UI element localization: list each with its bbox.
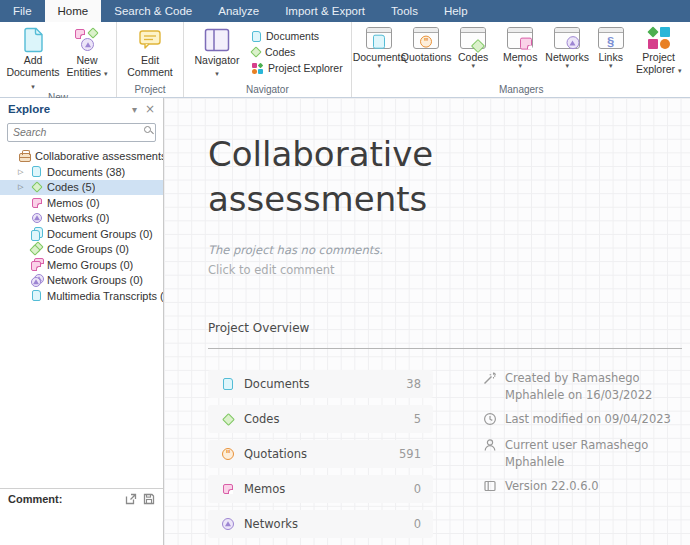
stats-list: Documents 38 Codes 5 " Quotations 591 — [208, 370, 433, 545]
add-document-icon — [22, 26, 44, 54]
tab-help[interactable]: Help — [431, 0, 481, 22]
navigator-option-documents[interactable]: Documents — [252, 30, 343, 42]
comment-panel: Comment: — [0, 488, 163, 545]
memo-icon — [29, 198, 44, 208]
network-icon — [554, 27, 580, 49]
edit-comment-button[interactable]: Edit Comment — [121, 25, 179, 79]
link-icon: § — [598, 27, 624, 49]
section-divider — [208, 348, 682, 349]
save-icon[interactable] — [143, 493, 155, 505]
search-input[interactable] — [7, 123, 156, 142]
new-entities-button[interactable]: New Entities ▾ — [62, 25, 112, 79]
explore-panel: Explore ▾ × Collaborative assessments ▷ … — [0, 98, 164, 545]
edit-comment-hint[interactable]: Click to edit comment — [208, 263, 690, 277]
code-diamond-icon — [220, 415, 236, 424]
chevron-down-icon: ▾ — [609, 63, 613, 70]
chevron-down-icon: ▾ — [31, 83, 35, 91]
group-label-navigator: Navigator — [184, 83, 351, 97]
networks-manager-button[interactable]: Networks ▾ — [544, 25, 591, 70]
expander-icon[interactable]: ▷ — [18, 183, 29, 191]
tab-import-export[interactable]: Import & Export — [272, 0, 378, 22]
add-documents-button[interactable]: Add Documents ▾ — [4, 25, 62, 91]
project-explorer-manager-button[interactable]: Project Explorer ▾ — [631, 25, 687, 76]
wand-icon — [483, 370, 505, 403]
document-icon — [366, 27, 392, 49]
meta-text: Current user Ramashego Mphahlele — [505, 437, 681, 470]
stat-row-quotations[interactable]: " Quotations 591 — [208, 440, 433, 468]
new-entities-icon — [74, 26, 100, 54]
tree-item-label: Collaborative assessments — [35, 150, 163, 162]
ribbon: Add Documents ▾ New Entities ▾ New — [0, 22, 690, 98]
stat-value: 0 — [414, 482, 421, 496]
tree-item-memo-groups[interactable]: Memo Groups (0) — [0, 257, 163, 273]
memos-manager-button[interactable]: Memos ▾ — [497, 25, 544, 70]
tree-item-label: Codes (5) — [47, 181, 95, 193]
tree-item-network-groups[interactable]: Network Groups (0) — [0, 273, 163, 289]
meta-modified: Last modified on 09/04/2023 — [483, 411, 681, 431]
project-overview-pane: Collaborative assessments The project ha… — [164, 98, 690, 545]
manager-label: Quotations — [401, 51, 452, 63]
document-icon — [220, 378, 236, 390]
stat-label: Networks — [244, 517, 414, 531]
codes-manager-button[interactable]: Codes ▾ — [450, 25, 497, 70]
tab-file[interactable]: File — [0, 0, 45, 22]
tree-item-document-groups[interactable]: Document Groups (0) — [0, 226, 163, 242]
panel-close-icon[interactable]: × — [145, 102, 155, 116]
tab-tools[interactable]: Tools — [378, 0, 431, 22]
project-title: Collaborative assessments — [208, 132, 538, 222]
navigator-option-codes[interactable]: Codes — [252, 46, 343, 58]
tab-home[interactable]: Home — [45, 0, 102, 22]
stat-row-documents[interactable]: Documents 38 — [208, 370, 433, 398]
network-icon — [220, 518, 236, 530]
navigator-button[interactable]: Navigator▾ — [188, 25, 246, 79]
chevron-down-icon: ▾ — [518, 63, 522, 70]
tree-item-multimedia-transcripts[interactable]: Multimedia Transcripts (0) — [0, 288, 163, 304]
tree-item-label: Code Groups (0) — [47, 243, 129, 255]
open-in-window-icon[interactable] — [125, 493, 137, 505]
code-diamond-icon — [460, 27, 486, 49]
stat-value: 591 — [399, 447, 421, 461]
tab-analyze[interactable]: Analyze — [205, 0, 272, 22]
project-explorer-icon — [648, 27, 670, 49]
quotation-icon: " — [220, 448, 236, 460]
tree-item-code-groups[interactable]: Code Groups (0) — [0, 242, 163, 258]
documents-manager-button[interactable]: Documents ▾ — [356, 25, 403, 70]
chevron-down-icon: ▾ — [215, 70, 219, 78]
tree-item-networks[interactable]: Networks (0) — [0, 211, 163, 227]
chevron-down-icon: ▾ — [104, 70, 108, 78]
quotations-manager-button[interactable]: " Quotations — [403, 25, 450, 63]
stat-row-codes[interactable]: Codes 5 — [208, 405, 433, 433]
section-title: Project Overview — [208, 321, 690, 335]
tree-item-project-root[interactable]: Collaborative assessments — [0, 149, 163, 165]
ribbon-group-navigator: Navigator▾ Documents Codes Project Explo… — [184, 22, 352, 97]
stat-label: Memos — [244, 482, 414, 496]
menu-bar: File Home Search & Code Analyze Import &… — [0, 0, 690, 22]
quotation-icon: " — [413, 27, 439, 49]
links-manager-button[interactable]: § Links ▾ — [591, 25, 631, 70]
navigator-label: Navigator▾ — [195, 54, 240, 79]
tab-search-and-code[interactable]: Search & Code — [101, 0, 205, 22]
panel-menu-chevron-icon[interactable]: ▾ — [132, 104, 137, 115]
manager-label: Project Explorer ▾ — [631, 51, 687, 76]
document-icon — [29, 290, 44, 301]
comment-bubble-icon — [138, 26, 162, 54]
tree-item-label: Memo Groups (0) — [47, 259, 133, 271]
expander-icon[interactable]: ▷ — [18, 168, 29, 176]
tree-item-documents[interactable]: ▷ Documents (38) — [0, 164, 163, 180]
tree-item-memos[interactable]: Memos (0) — [0, 195, 163, 211]
code-diamond-icon — [250, 46, 261, 57]
tree-item-codes[interactable]: ▷ Codes (5) — [0, 180, 163, 196]
tree-item-label: Multimedia Transcripts (0) — [47, 290, 163, 302]
stat-label: Documents — [244, 377, 406, 391]
new-entities-label: New Entities ▾ — [62, 54, 112, 79]
document-icon — [29, 166, 44, 177]
memo-group-icon — [29, 258, 44, 271]
stat-row-networks[interactable]: Networks 0 — [208, 510, 433, 538]
stat-row-memos[interactable]: Memos 0 — [208, 475, 433, 503]
navigator-option-project-explorer[interactable]: Project Explorer — [252, 62, 343, 74]
navigator-option-label: Documents — [266, 30, 319, 42]
project-meta: Created by Ramashego Mphahlele on 16/03/… — [483, 370, 681, 504]
navigator-window-icon — [204, 26, 230, 54]
chevron-down-icon: ▾ — [377, 63, 381, 70]
no-comment-text: The project has no comments. — [208, 243, 690, 257]
